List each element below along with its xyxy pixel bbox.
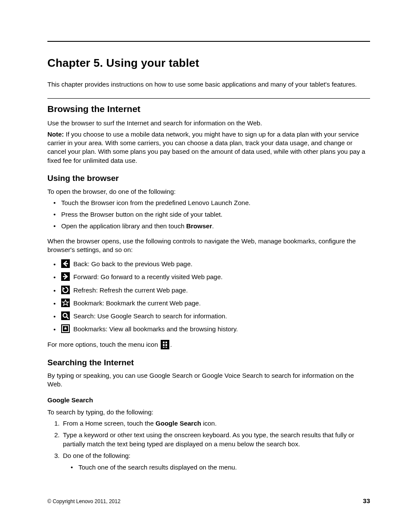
control-label: Back: Go back to the previous Web page. — [72, 260, 193, 268]
svg-rect-3 — [165, 342, 167, 343]
browser-bold: Browser — [186, 222, 212, 230]
browsing-note: Note: If you choose to use a mobile data… — [47, 130, 370, 165]
using-browser-p1: To open the browser, do one of the follo… — [47, 187, 370, 196]
svg-rect-7 — [165, 347, 167, 348]
section-heading-browsing: Browsing the Internet — [47, 103, 370, 115]
browser-controls-list: Back: Go back to the previous Web page. … — [47, 259, 370, 334]
bookmarks-icon — [61, 324, 70, 333]
page-footer: © Copyright Lenovo 2011, 2012 33 — [47, 497, 370, 505]
list-item: Touch the Browser icon from the predefin… — [55, 199, 370, 207]
svg-point-0 — [63, 314, 67, 317]
step-number: 1. — [54, 419, 60, 428]
page-number: 33 — [363, 497, 370, 505]
list-item: Touch one of the search results displaye… — [72, 463, 370, 472]
control-label: Refresh: Refresh the current Web page. — [72, 286, 188, 294]
section-heading-using-browser: Using the browser — [47, 173, 370, 184]
section-heading-searching: Searching the Internet — [47, 357, 370, 368]
more-options-post: . — [170, 341, 172, 348]
list-item: 1. From a Home screen, touch the Google … — [55, 419, 370, 428]
step3-sublist: Touch one of the search results displaye… — [63, 463, 370, 472]
bookmark-icon — [61, 299, 70, 307]
google-search-subheading: Google Search — [47, 396, 370, 404]
back-icon — [61, 259, 70, 268]
list-item: Press the Browser button on the right si… — [55, 210, 370, 219]
search-icon — [61, 311, 70, 320]
google-search-bold: Google Search — [156, 420, 201, 427]
more-options-line: For more options, touch the menu icon . — [47, 340, 370, 349]
list-item-text-post: . — [212, 222, 214, 230]
list-item: Bookmarks: View all bookmarks and the br… — [55, 324, 370, 333]
open-browser-list: Touch the Browser icon from the predefin… — [47, 199, 370, 231]
list-item: Forward: Go forward to a recently visite… — [55, 272, 370, 281]
refresh-icon — [61, 286, 70, 294]
browsing-p1: Use the browser to surf the Internet and… — [47, 119, 370, 128]
searching-p2: To search by typing, do the following: — [47, 408, 370, 417]
note-body: If you choose to use a mobile data netwo… — [47, 131, 365, 164]
svg-rect-5 — [165, 344, 167, 346]
step-number: 2. — [54, 431, 60, 439]
searching-p1: By typing or speaking, you can use Googl… — [47, 371, 370, 389]
list-item: Open the application library and then to… — [55, 222, 370, 230]
section-rule — [47, 98, 370, 99]
chapter-intro: This chapter provides instructions on ho… — [47, 80, 370, 89]
list-item: Back: Go back to the previous Web page. — [55, 259, 370, 268]
step2-text: Type a keyword or other text using the o… — [63, 431, 354, 447]
list-item: Bookmark: Bookmark the current Web page. — [55, 299, 370, 308]
list-item: 3. Do one of the following: Touch one of… — [55, 451, 370, 472]
more-options-pre: For more options, touch the menu icon — [47, 341, 160, 348]
svg-rect-6 — [163, 347, 165, 348]
svg-rect-4 — [163, 344, 165, 346]
forward-icon — [61, 272, 70, 281]
list-item-text: Open the application library and then to… — [61, 222, 186, 230]
search-steps-list: 1. From a Home screen, touch the Google … — [47, 419, 370, 472]
chapter-title: Chapter 5. Using your tablet — [47, 56, 370, 71]
control-label: Forward: Go forward to a recently visite… — [72, 273, 223, 280]
svg-rect-2 — [163, 342, 165, 343]
control-label: Search: Use Google Search to search for … — [72, 312, 227, 320]
step3-text: Do one of the following: — [63, 452, 131, 459]
copyright-text: © Copyright Lenovo 2011, 2012 — [47, 498, 121, 505]
step1-post: icon. — [201, 420, 217, 427]
list-item: Refresh: Refresh the current Web page. — [55, 286, 370, 295]
menu-icon — [161, 340, 169, 349]
using-browser-p2: When the browser opens, use the followin… — [47, 237, 370, 255]
control-label: Bookmark: Bookmark the current Web page. — [72, 299, 201, 307]
note-label: Note: — [47, 131, 64, 138]
step-number: 3. — [54, 451, 60, 460]
list-item: 2. Type a keyword or other text using th… — [55, 431, 370, 448]
step1-pre: From a Home screen, touch the — [63, 420, 156, 427]
control-label: Bookmarks: View all bookmarks and the br… — [72, 325, 238, 333]
list-item: Search: Use Google Search to search for … — [55, 311, 370, 320]
top-horizontal-rule — [47, 41, 370, 42]
